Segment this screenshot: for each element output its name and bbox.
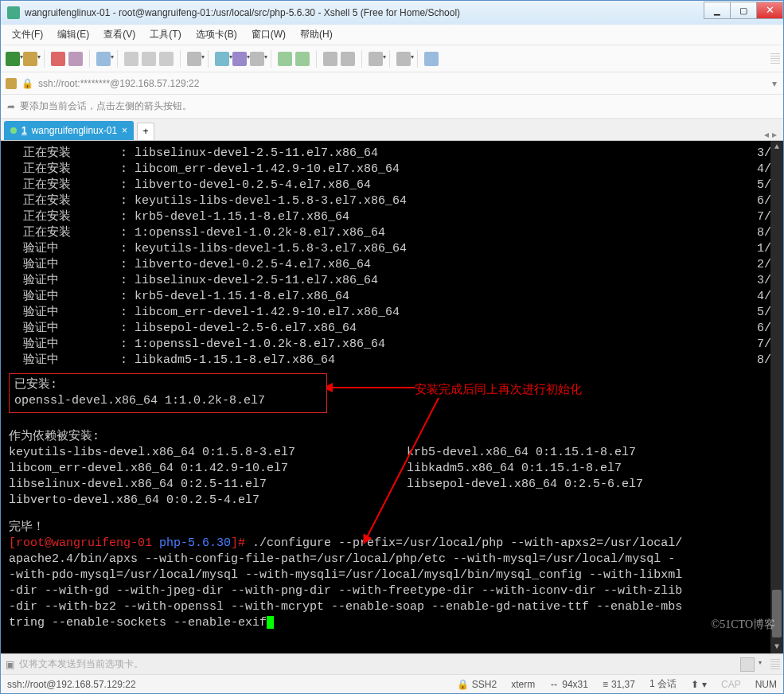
- send-prompt-icon: ▣: [6, 659, 14, 670]
- help-icon[interactable]: [424, 52, 439, 66]
- maximize-button[interactable]: [730, 2, 757, 19]
- properties-icon[interactable]: [96, 52, 111, 66]
- status-cap: CAP: [721, 679, 741, 690]
- app-icon: [7, 6, 20, 19]
- status-rec: ⬆ ▾: [691, 679, 707, 690]
- fullscreen-icon[interactable]: [323, 52, 337, 66]
- tab-label: wangruifenglinux-01: [32, 125, 117, 136]
- cursor: [267, 616, 274, 629]
- paste-icon[interactable]: [142, 52, 156, 66]
- verify-line: 验证中 : libverto-devel-0.2.5-4.el7.x86_642…: [9, 257, 778, 273]
- dep-line: libverto-devel.x86_64 0:0.2.5-4.el7: [9, 493, 778, 509]
- status-cursor-pos: ≡ 31,37: [603, 679, 635, 690]
- window-title: wangruifenglinux-01 - root@wangruifeng-0…: [25, 7, 704, 18]
- verify-line: 验证中 : libselinux-devel-2.5-11.el7.x86_64…: [9, 273, 778, 289]
- titlebar[interactable]: wangruifenglinux-01 - root@wangruifeng-0…: [1, 1, 783, 25]
- sendbar-grip[interactable]: [770, 659, 780, 670]
- hint-text: 要添加当前会话，点击左侧的箭头按钮。: [20, 99, 192, 113]
- statusbar: ssh://root@192.168.57.129:22 🔒 SSH2 xter…: [1, 674, 783, 693]
- add-tab-button[interactable]: +: [137, 123, 154, 140]
- command-text: tring --enable-sockets --enable-exif: [9, 616, 267, 630]
- addressbar: 🔒 ssh://root:********@192.168.57.129:22 …: [1, 72, 783, 95]
- lock-icon[interactable]: [341, 52, 355, 66]
- disconnect-icon[interactable]: [68, 52, 83, 66]
- terminal[interactable]: 正在安装 : libselinux-devel-2.5-11.el7.x86_6…: [1, 141, 783, 653]
- layout-icon[interactable]: [396, 52, 411, 66]
- verify-line: 验证中 : libkadm5-1.15.1-8.el7.x86_648/8: [9, 353, 778, 368]
- new-session-icon[interactable]: [6, 52, 20, 66]
- close-button[interactable]: [756, 2, 783, 19]
- scrollbar[interactable]: ▲ ▼: [770, 141, 783, 653]
- tabstrip: 1 wangruifenglinux-01 × + ◂ ▸: [1, 119, 783, 141]
- xftp-icon[interactable]: [295, 52, 310, 66]
- install-line: 正在安装 : libselinux-devel-2.5-11.el7.x86_6…: [9, 146, 778, 162]
- status-sessions: 1 会话: [649, 677, 677, 691]
- sendbar: ▣ 仅将文本发送到当前选项卡。: [1, 653, 783, 674]
- scroll-thumb[interactable]: [772, 590, 782, 637]
- address-dropdown-icon[interactable]: ▾: [772, 78, 777, 89]
- status-ssh: 🔒 SSH2: [457, 679, 497, 690]
- install-line: 正在安装 : 1:openssl-devel-1.0.2k-8.el7.x86_…: [9, 225, 778, 241]
- menu-help[interactable]: 帮助(H): [295, 25, 337, 44]
- print-icon[interactable]: [187, 52, 201, 66]
- verify-line: 验证中 : libcom_err-devel-1.42.9-10.el7.x86…: [9, 305, 778, 321]
- dep-line: keyutils-libs-devel.x86_64 0:1.5.8-3.el7…: [9, 445, 778, 461]
- command-text: ./configure --prefix=/usr/local/php --wi…: [252, 536, 682, 550]
- toolbar: [1, 45, 783, 72]
- verify-line: 验证中 : keyutils-libs-devel-1.5.8-3.el7.x8…: [9, 241, 778, 257]
- tab-close-icon[interactable]: ×: [122, 125, 127, 136]
- hintbar: ➦ 要添加当前会话，点击左侧的箭头按钮。: [1, 95, 783, 119]
- bookmark-add-icon[interactable]: ➦: [7, 101, 15, 112]
- color-scheme-icon[interactable]: [215, 52, 229, 66]
- scroll-down-icon[interactable]: ▼: [770, 641, 783, 653]
- toolbar-grip[interactable]: [770, 53, 780, 64]
- address-url[interactable]: ssh://root:********@192.168.57.129:22: [38, 78, 199, 89]
- menu-view[interactable]: 查看(V): [99, 25, 140, 44]
- status-num: NUM: [755, 679, 777, 690]
- command-text: -dir --with-bz2 --with-openssl --with-mc…: [9, 599, 778, 615]
- annotation-text: 安装完成后同上再次进行初始化: [415, 381, 582, 397]
- install-line: 正在安装 : krb5-devel-1.15.1-8.el7.x86_647/8: [9, 209, 778, 225]
- tab-number: 1: [21, 125, 27, 136]
- install-line: 正在安装 : libverto-devel-0.2.5-4.el7.x86_64…: [9, 177, 778, 193]
- install-line: 正在安装 : keyutils-libs-devel-1.5.8-3.el7.x…: [9, 193, 778, 209]
- shell-prompt: [root@wangruifeng-01 php-5.6.30]# ./conf…: [9, 536, 778, 552]
- done-text: 完毕！: [9, 520, 778, 536]
- menu-tabs[interactable]: 选项卡(B): [191, 25, 242, 44]
- open-folder-icon[interactable]: [23, 52, 37, 66]
- command-text: apache2.4/bin/apxs --with-config-file-pa…: [9, 552, 778, 567]
- menu-file[interactable]: 文件(F): [7, 25, 48, 44]
- installed-line: openssl-devel.x86_64 1:1.0.2k-8.el7: [14, 393, 322, 409]
- status-size: ↔ 94x31: [549, 679, 588, 690]
- send-input[interactable]: 仅将文本发送到当前选项卡。: [19, 657, 735, 671]
- installed-box: 已安装: openssl-devel.x86_64 1:1.0.2k-8.el7: [9, 373, 327, 413]
- status-connection: ssh://root@192.168.57.129:22: [7, 679, 443, 690]
- verify-line: 验证中 : krb5-devel-1.15.1-8.el7.x86_644/8: [9, 289, 778, 305]
- menu-window[interactable]: 窗口(W): [247, 25, 291, 44]
- menu-tools[interactable]: 工具(T): [145, 25, 185, 44]
- verify-line: 验证中 : 1:openssl-devel-1.0.2k-8.el7.x86_6…: [9, 337, 778, 353]
- send-target-button[interactable]: [740, 657, 755, 672]
- tab-next-icon[interactable]: ▸: [772, 129, 777, 140]
- session-nav-icon[interactable]: [6, 78, 17, 89]
- tab-session-1[interactable]: 1 wangruifenglinux-01 ×: [4, 121, 134, 140]
- deps-header: 作为依赖被安装:: [9, 429, 778, 445]
- scroll-up-icon[interactable]: ▲: [770, 141, 783, 154]
- copy-icon[interactable]: [124, 52, 138, 66]
- command-text: -with-pdo-mysql=/usr/local/mysql --with-…: [9, 567, 778, 583]
- dep-line: libcom_err-devel.x86_64 0:1.42.9-10.el7l…: [9, 461, 778, 477]
- view-icon[interactable]: [232, 52, 247, 66]
- reconnect-icon[interactable]: [51, 52, 65, 66]
- menubar: 文件(F) 编辑(E) 查看(V) 工具(T) 选项卡(B) 窗口(W) 帮助(…: [1, 25, 783, 45]
- verify-line: 验证中 : libsepol-devel-2.5-6.el7.x86_646/8: [9, 321, 778, 337]
- menu-edit[interactable]: 编辑(E): [53, 25, 94, 44]
- font-icon[interactable]: [250, 52, 264, 66]
- tab-prev-icon[interactable]: ◂: [764, 129, 769, 140]
- status-termtype: xterm: [511, 679, 535, 690]
- lock-icon: 🔒: [21, 78, 33, 89]
- status-dot-icon: [10, 127, 17, 134]
- script-icon[interactable]: [369, 52, 383, 66]
- minimize-button[interactable]: [704, 2, 731, 19]
- transfer-icon[interactable]: [278, 52, 292, 66]
- find-icon[interactable]: [159, 52, 174, 66]
